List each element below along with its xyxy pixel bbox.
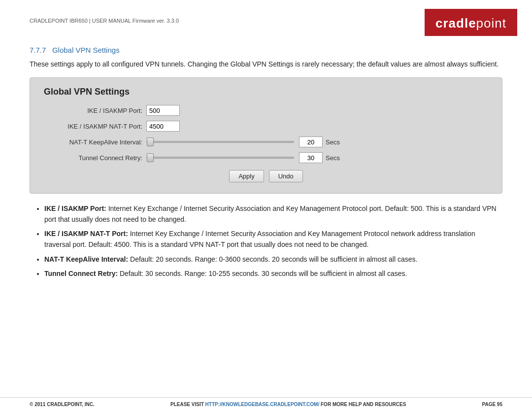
ike-port-row: IKE / ISAKMP Port: [44, 105, 488, 116]
tunnel-retry-slider-track [146, 157, 294, 159]
tunnel-retry-slider-row: Tunnel Connect Retry: Secs [44, 152, 488, 163]
keepalive-label: NAT-T KeepAlive Interval: [44, 138, 142, 146]
doc-title: CRADLEPOINT IBR650 | USER MANUAL Firmwar… [30, 9, 179, 24]
logo-text-point: point [476, 16, 506, 31]
settings-panel: Global VPN Settings IKE / ISAKMP Port: I… [30, 77, 502, 194]
section-number: 7.7.7 [30, 46, 46, 54]
section-heading: 7.7.7 Global VPN Settings [30, 46, 502, 54]
keepalive-slider-track [146, 141, 294, 143]
panel-title: Global VPN Settings [44, 87, 488, 97]
apply-button[interactable]: Apply [229, 170, 264, 182]
bullet-text-1: Internet Key Exchange / Internet Securit… [44, 205, 497, 223]
keepalive-unit: Secs [326, 138, 340, 146]
footer-left: © 2011 CRADLEPOINT, INC. [30, 402, 95, 407]
section-title: Global VPN Settings [52, 46, 120, 54]
page-header: CRADLEPOINT IBR650 | USER MANUAL Firmwar… [0, 0, 532, 41]
tunnel-retry-slider-thumb[interactable] [147, 153, 154, 162]
tunnel-retry-label: Tunnel Connect Retry: [44, 154, 142, 162]
ike-nat-port-row: IKE / ISAKMP NAT-T Port: [44, 121, 488, 132]
ike-nat-port-label: IKE / ISAKMP NAT-T Port: [44, 123, 142, 130]
ike-nat-port-input[interactable] [146, 121, 180, 132]
footer: © 2011 CRADLEPOINT, INC. PLEASE VISIT HT… [0, 397, 532, 411]
list-item: Tunnel Connect Retry: Default: 30 second… [44, 269, 502, 279]
footer-link[interactable]: HTTP://KNOWLEDGEBASE.CRADLEPOINT.COM/ [205, 402, 320, 407]
bullet-bold-2: IKE / ISAKMP NAT-T Port: [44, 230, 128, 238]
tunnel-retry-value-input[interactable] [299, 152, 323, 163]
bullet-bold-3: NAT-T KeepAlive Interval: [44, 255, 128, 263]
list-item: NAT-T KeepAlive Interval: Default: 20 se… [44, 254, 502, 265]
footer-center: PLEASE VISIT HTTP://KNOWLEDGEBASE.CRADLE… [170, 402, 406, 407]
ike-port-input[interactable] [146, 105, 180, 116]
footer-right: PAGE 95 [482, 402, 502, 407]
description-list: IKE / ISAKMP Port: Internet Key Exchange… [30, 204, 502, 279]
intro-text: These settings apply to all configured V… [30, 59, 502, 69]
undo-button[interactable]: Undo [269, 170, 303, 182]
bullet-text-3: Default: 20 seconds. Range: 0-3600 secon… [130, 255, 417, 263]
main-content: 7.7.7 Global VPN Settings These settings… [0, 41, 532, 279]
logo: cradlepoint [425, 9, 517, 36]
footer-center-suffix: FOR MORE HELP AND RESOURCES [319, 402, 406, 407]
bullet-bold-1: IKE / ISAKMP Port: [44, 205, 106, 212]
keepalive-slider-container: Secs [146, 137, 340, 147]
list-item: IKE / ISAKMP Port: Internet Key Exchange… [44, 204, 502, 225]
button-row: Apply Undo [44, 170, 488, 182]
list-item: IKE / ISAKMP NAT-T Port: Internet Key Ex… [44, 229, 502, 250]
logo-text-cradle: cradle [435, 16, 476, 31]
footer-center-prefix: PLEASE VISIT [170, 402, 205, 407]
tunnel-retry-unit: Secs [326, 154, 340, 162]
ike-port-label: IKE / ISAKMP Port: [44, 107, 142, 114]
keepalive-value-input[interactable] [299, 137, 323, 147]
bullet-text-4: Default: 30 seconds. Range: 10-255 secon… [120, 270, 407, 277]
keepalive-slider-thumb[interactable] [147, 137, 154, 146]
bullet-bold-4: Tunnel Connect Retry: [44, 270, 118, 277]
tunnel-retry-slider-container: Secs [146, 152, 340, 163]
keepalive-slider-row: NAT-T KeepAlive Interval: Secs [44, 137, 488, 147]
